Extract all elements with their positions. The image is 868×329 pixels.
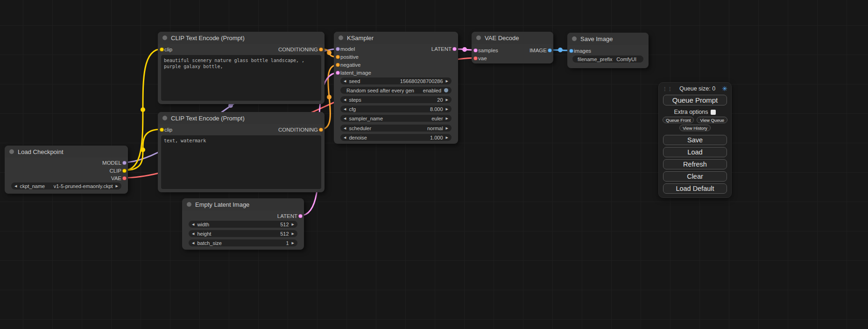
node-title-bar[interactable]: VAE Decode [472,32,553,44]
widget-value: v1-5-pruned-emaonly.ckpt [48,183,113,189]
node-empty-latent-image[interactable]: Empty Latent Image LATENT ◀ width 512 ▶ … [182,198,304,250]
collapse-dot[interactable] [162,35,167,40]
drag-handle-icon[interactable]: ⋮⋮ [663,86,673,91]
node-title-bar[interactable]: Load Checkpoint [5,146,128,158]
slot-label: VAE [111,175,121,181]
link-midpoint-dot [558,48,563,52]
input-dot-negative[interactable] [336,63,340,67]
widget-denoise[interactable]: ◀ denoise 1.000 ▶ [340,134,452,141]
increment-arrow-icon[interactable]: ▶ [446,117,448,120]
input-dot-clip[interactable] [160,127,164,132]
view-history-button[interactable]: View History [679,125,711,131]
widget-filename-prefix[interactable]: filename_prefix ComfyUI [572,56,643,63]
node-title-bar[interactable]: CLIP Text Encode (Prompt) [158,112,325,124]
wire-clip-negative [124,129,162,170]
widget-ckpt-name[interactable]: ◀ ckpt_name v1-5-pruned-emaonly.ckpt ▶ [11,182,121,189]
node-title-bar[interactable]: Save Image [567,33,649,45]
prompt-text-area[interactable]: beautiful scenery nature glass bottle la… [161,55,321,101]
node-title-bar[interactable]: KSampler [334,32,458,44]
input-dot-clip[interactable] [160,47,164,51]
node-title-bar[interactable]: CLIP Text Encode (Prompt) [158,32,325,44]
input-dot-latent-image[interactable] [336,70,340,75]
node-load-checkpoint[interactable]: Load Checkpoint MODEL CLIP VAE ◀ ckpt_na… [5,146,128,194]
toggle-dot[interactable] [444,88,448,92]
widget-seed[interactable]: ◀ seed 156680208700286 ▶ [340,77,452,84]
node-clip-text-encode-positive[interactable]: CLIP Text Encode (Prompt) clip CONDITION… [158,32,325,104]
clear-button[interactable]: Clear [663,171,727,182]
increment-arrow-icon[interactable]: ▶ [446,98,448,101]
collapse-dot[interactable] [339,35,343,40]
output-dot-clip[interactable] [122,168,127,173]
slot-label: MODEL [102,160,121,166]
queue-prompt-button[interactable]: Queue Prompt [663,95,727,105]
widget-random-seed-toggle[interactable]: Random seed after every gen enabled [340,87,452,94]
save-button[interactable]: Save [663,135,727,145]
collapse-dot[interactable] [476,35,481,40]
decrement-arrow-icon[interactable]: ◀ [344,79,346,83]
increment-arrow-icon[interactable]: ▶ [292,223,294,226]
decrement-arrow-icon[interactable]: ◀ [344,98,346,101]
widget-scheduler[interactable]: ◀ scheduler normal ▶ [340,125,452,132]
node-clip-text-encode-negative[interactable]: CLIP Text Encode (Prompt) clip CONDITION… [158,112,325,192]
input-dot-model[interactable] [336,47,340,51]
slot-label: positive [340,54,359,60]
settings-gear-icon[interactable]: ✳ [722,85,727,92]
decrement-arrow-icon[interactable]: ◀ [344,126,346,130]
slot-row: samples IMAGE [472,46,553,54]
collapse-dot[interactable] [162,116,167,120]
increment-arrow-icon[interactable]: ▶ [292,241,294,245]
prompt-text-area[interactable]: text, watermark [161,135,321,189]
decrement-arrow-icon[interactable]: ◀ [14,184,17,188]
collapse-dot[interactable] [9,149,14,154]
node-ksampler[interactable]: KSampler model LATENT positive negative … [334,32,458,144]
link-midpoint-dot [327,95,332,99]
extra-options-checkbox[interactable] [711,110,716,115]
decrement-arrow-icon[interactable]: ◀ [344,117,346,120]
widget-value: ComfyUI [615,56,640,62]
load-default-button[interactable]: Load Default [663,183,727,194]
queue-front-button[interactable]: Queue Front [663,117,694,123]
slot-label: images [574,48,591,54]
increment-arrow-icon[interactable]: ▶ [446,126,448,130]
output-dot-vae[interactable] [122,176,127,180]
node-title-bar[interactable]: Empty Latent Image [182,198,304,210]
widget-width[interactable]: ◀ width 512 ▶ [189,221,297,228]
collapse-dot[interactable] [187,202,191,207]
decrement-arrow-icon[interactable]: ◀ [192,241,194,245]
input-dot-samples[interactable] [473,48,478,52]
increment-arrow-icon[interactable]: ▶ [446,107,448,111]
input-dot-positive[interactable] [336,55,340,59]
decrement-arrow-icon[interactable]: ◀ [344,107,346,111]
link-midpoint-dot [462,47,467,52]
widget-steps[interactable]: ◀ steps 20 ▶ [340,96,452,103]
widget-sampler-name[interactable]: ◀ sampler_name euler ▶ [340,115,452,122]
output-dot-conditioning[interactable] [319,47,323,51]
collapse-dot[interactable] [572,36,577,41]
output-dot-model[interactable] [122,161,127,165]
increment-arrow-icon[interactable]: ▶ [292,232,294,235]
increment-arrow-icon[interactable]: ▶ [116,184,118,188]
node-save-image[interactable]: Save Image images filename_prefix ComfyU… [567,33,649,68]
view-queue-button[interactable]: View Queue [697,117,727,123]
slot-row: model LATENT [334,45,458,53]
decrement-arrow-icon[interactable]: ◀ [344,136,346,139]
widget-cfg[interactable]: ◀ cfg 8.000 ▶ [340,105,452,112]
output-dot-latent[interactable] [452,47,457,51]
refresh-button[interactable]: Refresh [663,159,727,169]
widget-height[interactable]: ◀ height 512 ▶ [189,230,297,237]
decrement-arrow-icon[interactable]: ◀ [192,232,194,235]
widget-batch-size[interactable]: ◀ batch_size 1 ▶ [189,239,297,246]
decrement-arrow-icon[interactable]: ◀ [192,223,194,226]
load-button[interactable]: Load [663,147,727,157]
output-dot-image[interactable] [548,48,552,52]
increment-arrow-icon[interactable]: ▶ [446,136,448,139]
output-slot-model: MODEL [5,159,128,167]
slot-label: CONDITIONING [278,127,318,133]
node-vae-decode[interactable]: VAE Decode samples IMAGE vae [472,32,553,63]
input-dot-images[interactable] [569,49,573,53]
output-dot-latent[interactable] [298,214,303,218]
increment-arrow-icon[interactable]: ▶ [446,79,448,83]
output-dot-conditioning[interactable] [319,127,323,132]
graph-canvas[interactable]: Load Checkpoint MODEL CLIP VAE ◀ ckpt_na… [0,0,868,329]
input-dot-vae[interactable] [473,56,478,60]
